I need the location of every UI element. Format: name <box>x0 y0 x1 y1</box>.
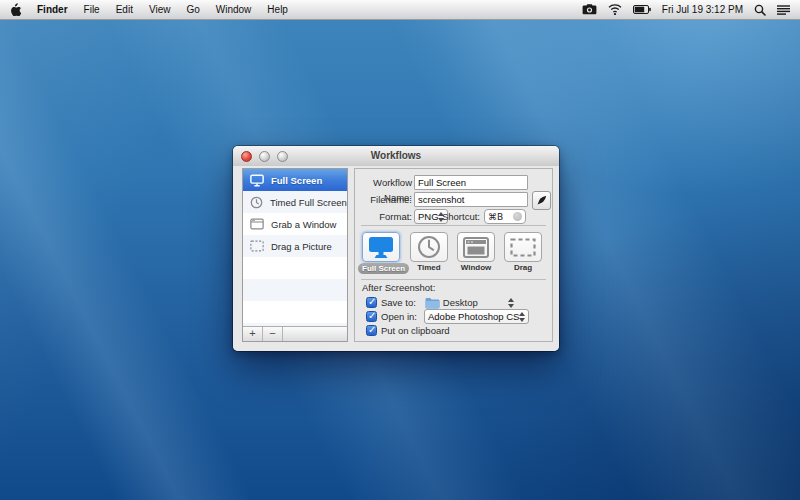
open-in-label: Open in: <box>381 311 417 322</box>
format-label: Format: <box>355 209 412 224</box>
list-footer: + − <box>243 326 347 341</box>
type-button-window[interactable] <box>457 232 495 262</box>
shortcut-label: Shortcut: <box>425 209 480 224</box>
list-empty-row <box>243 301 347 323</box>
list-item-label: Grab a Window <box>271 219 336 230</box>
type-button-timed[interactable] <box>410 232 448 262</box>
spotlight-icon[interactable] <box>754 4 766 16</box>
section-divider <box>361 225 546 226</box>
menu-item-edit[interactable]: Edit <box>108 0 141 19</box>
open-in-row: Open in: <box>366 310 417 323</box>
workflow-name-input[interactable] <box>414 175 528 190</box>
menu-clock[interactable]: Fri Jul 19 3:12 PM <box>662 4 743 15</box>
type-button-full-screen[interactable] <box>362 232 400 262</box>
timer-icon <box>417 235 441 259</box>
menu-item-view[interactable]: View <box>141 0 179 19</box>
zoom-button[interactable] <box>277 151 288 162</box>
save-to-value[interactable]: Desktop <box>443 297 478 308</box>
list-empty-row <box>243 257 347 279</box>
clear-shortcut-icon[interactable] <box>513 212 522 221</box>
timer-icon <box>250 196 263 209</box>
add-workflow-button[interactable]: + <box>243 327 263 341</box>
type-label-drag: Drag <box>504 263 542 272</box>
pen-icon <box>536 195 547 206</box>
list-item-full-screen[interactable]: Full Screen <box>243 169 347 191</box>
menu-item-file[interactable]: File <box>76 0 108 19</box>
apple-icon <box>10 3 21 16</box>
type-label-timed: Timed <box>410 263 448 272</box>
save-to-label: Save to: <box>381 297 416 308</box>
shortcut-value: ⌘B <box>488 212 513 222</box>
wifi-icon[interactable] <box>608 4 622 15</box>
stepper-icon <box>519 312 525 322</box>
close-button[interactable] <box>241 151 252 162</box>
shortcut-field[interactable]: ⌘B <box>484 209 526 224</box>
workflow-name-label: Workflow Name: <box>355 175 412 190</box>
open-in-checkbox[interactable] <box>366 311 377 322</box>
open-in-popup[interactable]: Adobe Photoshop CS5 <box>424 309 529 324</box>
list-item-grab-a-window[interactable]: Grab a Window <box>243 213 347 235</box>
type-button-drag[interactable] <box>504 232 542 262</box>
type-label-full-screen: Full Screen <box>358 263 404 274</box>
list-item-drag-a-picture[interactable]: Drag a Picture <box>243 235 347 257</box>
window-content: Full Screen Timed Full Screen Grab a Win… <box>233 166 559 351</box>
filename-label: Filename: <box>355 192 412 207</box>
clipboard-label: Put on clipboard <box>381 325 450 336</box>
window-titlebar[interactable]: Workflows <box>233 146 559 167</box>
open-in-value: Adobe Photoshop CS5 <box>428 311 519 322</box>
window-icon <box>250 218 264 230</box>
menu-item-go[interactable]: Go <box>178 0 207 19</box>
menu-list-icon[interactable] <box>777 5 790 15</box>
filename-token-button[interactable] <box>532 191 551 210</box>
list-item-label: Timed Full Screen <box>270 197 347 208</box>
save-to-row: Save to: Desktop <box>366 296 478 309</box>
list-empty-row <box>243 279 347 301</box>
workflows-window: Workflows Full Screen Timed <box>233 146 559 351</box>
workflow-list: Full Screen Timed Full Screen Grab a Win… <box>242 168 348 342</box>
filename-input[interactable] <box>414 192 528 207</box>
list-item-timed-full-screen[interactable]: Timed Full Screen <box>243 191 347 213</box>
minimize-button[interactable] <box>259 151 270 162</box>
clipboard-checkbox[interactable] <box>366 325 377 336</box>
menu-item-finder[interactable]: Finder <box>29 0 76 19</box>
workflow-detail-panel: Workflow Name: Filename: Format: PNG Sho… <box>354 168 553 342</box>
list-item-label: Drag a Picture <box>271 241 332 252</box>
battery-icon[interactable] <box>633 5 651 14</box>
camera-icon[interactable] <box>582 4 597 15</box>
clipboard-row: Put on clipboard <box>366 324 450 337</box>
apple-menu[interactable] <box>0 3 29 16</box>
remove-workflow-button[interactable]: − <box>263 327 283 341</box>
menu-bar: Finder File Edit View Go Window Help Fri… <box>0 0 800 20</box>
marquee-icon <box>250 240 264 252</box>
marquee-icon <box>510 238 536 257</box>
section-divider <box>361 279 546 280</box>
window-icon <box>463 237 489 258</box>
menu-item-window[interactable]: Window <box>208 0 260 19</box>
menu-item-help[interactable]: Help <box>259 0 296 19</box>
after-screenshot-heading: After Screenshot: <box>362 282 435 293</box>
type-label-window: Window <box>457 263 495 272</box>
folder-icon <box>425 297 440 309</box>
list-item-label: Full Screen <box>271 175 322 186</box>
save-to-stepper-icon[interactable] <box>508 298 514 308</box>
display-icon <box>368 236 394 259</box>
display-icon <box>250 174 264 187</box>
save-to-checkbox[interactable] <box>366 297 377 308</box>
